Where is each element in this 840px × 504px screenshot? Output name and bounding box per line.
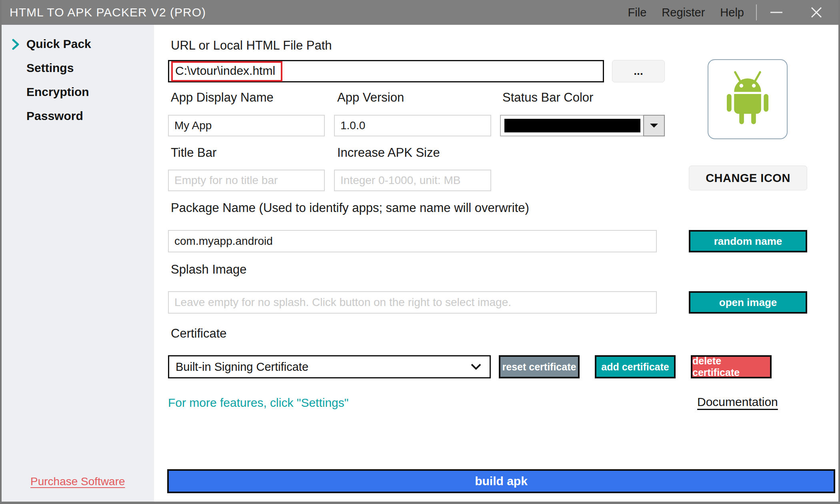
delete-certificate-button[interactable]: delete certificate <box>691 355 772 378</box>
sidebar-item-label: Settings <box>26 61 74 75</box>
certificate-selected-value: Built-in Signing Certificate <box>176 360 308 374</box>
sidebar-item-password[interactable]: Password <box>2 104 154 128</box>
package-name-input[interactable] <box>168 230 657 252</box>
apk-size-input[interactable] <box>334 170 491 191</box>
app-version-label: App Version <box>337 90 404 105</box>
random-name-button[interactable]: random name <box>689 230 807 252</box>
chevron-down-icon <box>470 363 482 370</box>
app-name-input[interactable] <box>168 115 325 136</box>
build-apk-button[interactable]: build apk <box>167 469 835 493</box>
splash-image-input[interactable] <box>168 291 657 314</box>
menu-register[interactable]: Register <box>662 6 705 19</box>
titlebar-divider <box>756 4 757 20</box>
menu-bar: File Register Help <box>613 2 826 22</box>
app-version-input[interactable] <box>334 115 491 136</box>
settings-hint-text: For more features, click "Settings" <box>168 396 348 410</box>
sidebar-item-label: Quick Pack <box>26 37 91 51</box>
sidebar-item-label: Encryption <box>26 85 89 99</box>
status-bar-color-dropdown-button[interactable] <box>643 115 665 136</box>
android-robot-icon <box>716 68 779 130</box>
certificate-label: Certificate <box>171 326 227 341</box>
close-icon <box>810 6 822 18</box>
sidebar: Quick Pack Settings Encryption Password … <box>2 25 154 502</box>
url-value-highlight: C:\vtour\index.html <box>171 61 282 82</box>
dropdown-arrow-icon <box>649 123 659 128</box>
main-panel: URL or Local HTML File Path C:\vtour\ind… <box>154 25 838 502</box>
sidebar-item-settings[interactable]: Settings <box>2 56 154 80</box>
splash-image-label: Splash Image <box>171 262 247 277</box>
minimize-icon <box>770 11 783 14</box>
sidebar-item-encryption[interactable]: Encryption <box>2 80 154 104</box>
minimize-button[interactable] <box>766 2 786 22</box>
sidebar-item-label: Password <box>26 109 83 123</box>
browse-button[interactable]: ... <box>612 60 665 82</box>
documentation-link[interactable]: Documentation <box>697 395 778 409</box>
status-bar-color-dropdown[interactable] <box>500 115 665 136</box>
close-button[interactable] <box>806 2 826 22</box>
app-window: HTML TO APK PACKER V2 (PRO) File Registe… <box>0 0 840 504</box>
status-bar-color-swatch <box>504 119 640 132</box>
app-name-label: App Display Name <box>171 90 274 105</box>
sidebar-item-quick-pack[interactable]: Quick Pack <box>2 32 154 56</box>
window-title: HTML TO APK PACKER V2 (PRO) <box>10 6 206 19</box>
package-name-label: Package Name (Used to identify apps; sam… <box>171 201 529 215</box>
reset-certificate-button[interactable]: reset certificate <box>499 355 580 378</box>
title-bar-label: Title Bar <box>171 146 216 160</box>
title-bar-input[interactable] <box>168 170 325 191</box>
certificate-select[interactable]: Built-in Signing Certificate <box>168 355 491 378</box>
url-input[interactable]: C:\vtour\index.html <box>168 60 604 82</box>
url-label: URL or Local HTML File Path <box>171 38 332 53</box>
chevron-right-icon <box>12 39 20 53</box>
add-certificate-button[interactable]: add certificate <box>595 355 676 378</box>
app-icon-preview[interactable] <box>708 59 788 139</box>
purchase-software-link[interactable]: Purchase Software <box>30 475 125 488</box>
title-bar: HTML TO APK PACKER V2 (PRO) File Registe… <box>2 0 838 25</box>
menu-file[interactable]: File <box>628 6 647 19</box>
status-bar-color-label: Status Bar Color <box>502 90 593 105</box>
status-bar-color-swatch-area <box>501 116 644 136</box>
apk-size-label: Increase APK Size <box>337 146 440 160</box>
change-icon-button[interactable]: CHANGE ICON <box>689 166 807 190</box>
menu-help[interactable]: Help <box>720 6 744 19</box>
open-image-button[interactable]: open image <box>689 291 807 314</box>
